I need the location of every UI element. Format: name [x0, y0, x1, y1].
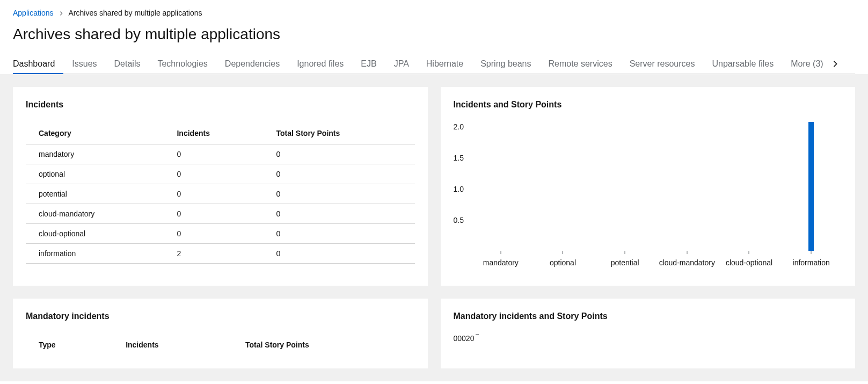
tab-issues[interactable]: Issues: [63, 55, 105, 74]
cell-category: potential: [26, 184, 164, 204]
tabs: DashboardIssuesDetailsTechnologiesDepend…: [13, 52, 855, 74]
cell-category: mandatory: [26, 144, 164, 164]
tab-ignored-files[interactable]: Ignored files: [288, 55, 352, 74]
cell-category: cloud-mandatory: [26, 204, 164, 224]
breadcrumb-current: Archives shared by multiple applications: [69, 9, 202, 17]
bar-wrap: potential: [594, 122, 656, 251]
incidents-table: Category Incidents Total Story Points ma…: [26, 122, 415, 264]
tab-more[interactable]: More (3): [782, 55, 845, 74]
tab-unparsable-files[interactable]: Unparsable files: [703, 55, 782, 74]
cell-points: 0: [264, 144, 415, 164]
mandatory-table: Type Incidents Total Story Points: [26, 334, 415, 356]
bar-wrap: mandatory: [470, 122, 532, 251]
cell-points: 0: [264, 164, 415, 184]
breadcrumb-link-applications[interactable]: Applications: [13, 9, 54, 17]
col-incidents2: Incidents: [113, 334, 232, 356]
x-tick-label: optional: [550, 258, 576, 267]
table-row: information20: [26, 244, 415, 264]
breadcrumb: Applications Archives shared by multiple…: [13, 9, 855, 17]
y-tick-label: 1.0: [454, 185, 464, 193]
cell-points: 0: [264, 224, 415, 244]
cell-category: cloud-optional: [26, 224, 164, 244]
tab-dependencies[interactable]: Dependencies: [216, 55, 288, 74]
mandatory-bar-chart: 00020: [454, 334, 843, 345]
chart-y-label: 00020: [454, 334, 479, 345]
x-tick-label: potential: [611, 258, 639, 267]
tab-server-resources[interactable]: Server resources: [621, 55, 704, 74]
card-title-incidents: Incidents: [26, 100, 415, 110]
cell-incidents: 0: [164, 204, 263, 224]
card-title-mandatory: Mandatory incidents: [26, 311, 415, 321]
tab-remote-services[interactable]: Remote services: [539, 55, 621, 74]
cell-incidents: 0: [164, 224, 263, 244]
cell-incidents: 0: [164, 144, 263, 164]
col-type: Type: [26, 334, 113, 356]
incidents-bar-chart: 2.01.51.00.5 mandatoryoptionalpotentialc…: [454, 122, 843, 273]
bar-wrap: optional: [532, 122, 594, 251]
table-row: cloud-optional00: [26, 224, 415, 244]
cell-incidents: 2: [164, 244, 263, 264]
x-tick-label: mandatory: [483, 258, 519, 267]
bar-wrap: cloud-mandatory: [656, 122, 718, 251]
col-incidents: Incidents: [164, 122, 263, 144]
chevron-right-icon: [59, 9, 63, 17]
card-incidents: Incidents Category Incidents Total Story…: [13, 87, 428, 286]
x-tick-label: cloud-optional: [726, 258, 772, 267]
card-title-incidents-chart: Incidents and Story Points: [454, 100, 843, 110]
page-title: Archives shared by multiple applications: [13, 26, 855, 43]
cell-incidents: 0: [164, 184, 263, 204]
cell-points: 0: [264, 244, 415, 264]
cell-category: optional: [26, 164, 164, 184]
bar-wrap: information: [780, 122, 842, 251]
tab-jpa[interactable]: JPA: [385, 55, 418, 74]
y-tick-label: 0.5: [454, 216, 464, 224]
card-mandatory-chart: Mandatory incidents and Story Points 000…: [441, 299, 856, 368]
tab-technologies[interactable]: Technologies: [149, 55, 216, 74]
bar-wrap: cloud-optional: [718, 122, 781, 251]
table-row: potential00: [26, 184, 415, 204]
tab-dashboard[interactable]: Dashboard: [13, 55, 63, 74]
col-points2: Total Story Points: [232, 334, 415, 356]
tab-spring-beans[interactable]: Spring beans: [472, 55, 539, 74]
tab-hibernate[interactable]: Hibernate: [418, 55, 472, 74]
col-points: Total Story Points: [264, 122, 415, 144]
chevron-right-icon: [833, 61, 837, 67]
cell-incidents: 0: [164, 164, 263, 184]
y-tick-label: 2.0: [454, 122, 464, 131]
card-mandatory-incidents: Mandatory incidents Type Incidents Total…: [13, 299, 428, 368]
x-tick-label: information: [793, 258, 830, 267]
cell-points: 0: [264, 184, 415, 204]
cell-category: information: [26, 244, 164, 264]
table-row: optional00: [26, 164, 415, 184]
cell-points: 0: [264, 204, 415, 224]
table-row: cloud-mandatory00: [26, 204, 415, 224]
bar: [808, 122, 814, 251]
card-title-mandatory-chart: Mandatory incidents and Story Points: [454, 311, 843, 321]
col-category: Category: [26, 122, 164, 144]
y-tick-label: 1.5: [454, 154, 464, 162]
tab-ejb[interactable]: EJB: [352, 55, 385, 74]
x-tick-label: cloud-mandatory: [659, 258, 715, 267]
card-incidents-chart: Incidents and Story Points 2.01.51.00.5 …: [441, 87, 856, 286]
tab-details[interactable]: Details: [106, 55, 149, 74]
table-row: mandatory00: [26, 144, 415, 164]
